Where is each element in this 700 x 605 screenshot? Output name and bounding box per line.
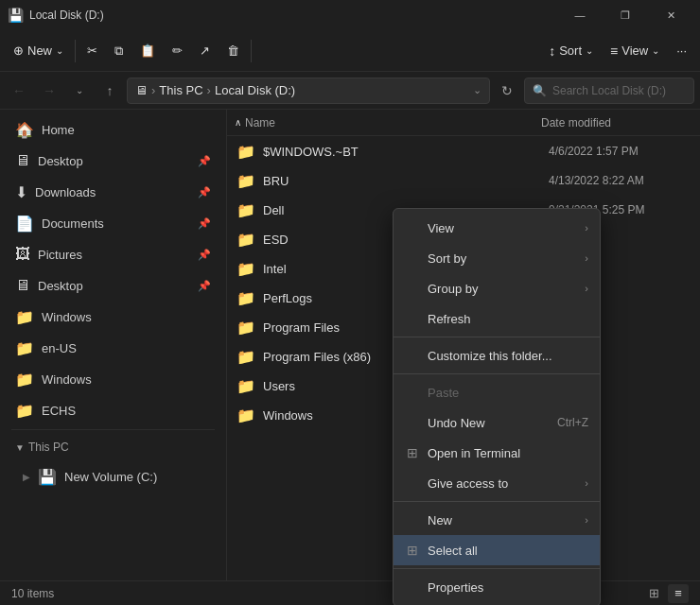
ctx-customize-label: Customize this folder... — [428, 349, 552, 363]
maximize-button[interactable]: ❐ — [604, 0, 647, 30]
copy-button[interactable]: ⧉ — [107, 36, 131, 66]
this-pc-label: This PC — [28, 441, 69, 454]
table-row[interactable]: 📁 BRU 4/13/2022 8:22 AM — [229, 166, 698, 195]
sort-arrow-icon: ∧ — [235, 117, 241, 128]
ctx-undo-new[interactable]: Undo New Ctrl+Z — [394, 407, 600, 438]
ctx-group-by[interactable]: Group by › — [394, 273, 600, 303]
ctx-group-arrow: › — [585, 283, 588, 294]
back-button[interactable]: ← — [6, 78, 32, 104]
file-date: 4/13/2022 8:22 AM — [549, 174, 691, 187]
file-name: $WINDOWS.~BT — [263, 145, 541, 159]
ctx-terminal-icon: ⊞ — [405, 445, 420, 460]
paste-icon: 📋 — [140, 43, 155, 58]
up-button[interactable]: ↑ — [96, 78, 123, 104]
path-this-pc: This PC — [159, 83, 202, 97]
sort-button[interactable]: ↕ Sort ⌄ — [541, 36, 601, 66]
pictures-pin-icon: 📌 — [198, 249, 211, 261]
ctx-properties[interactable]: Properties — [394, 572, 600, 602]
ctx-sort-by[interactable]: Sort by › — [394, 243, 600, 273]
ctx-terminal[interactable]: ⊞ Open in Terminal — [394, 438, 600, 468]
window-controls: — ❐ ✕ — [558, 0, 692, 30]
ctx-access-label: Give access to — [428, 476, 508, 491]
sidebar-pictures-left: 🖼 Pictures — [15, 246, 82, 263]
sidebar-item-home[interactable]: 🏠 Home — [4, 114, 222, 145]
windows1-icon: 📁 — [15, 308, 34, 326]
view-label: View — [621, 43, 648, 58]
table-row[interactable]: 📁 $WINDOWS.~BT 4/6/2022 1:57 PM — [229, 137, 698, 165]
sidebar-desktop2-label: Desktop — [38, 279, 83, 293]
close-button[interactable]: ✕ — [649, 0, 692, 30]
sidebar-item-echs[interactable]: 📁 ECHS — [4, 395, 222, 425]
sidebar-item-downloads[interactable]: ⬇ Downloads 📌 — [4, 177, 222, 207]
sort-label: Sort — [559, 43, 582, 58]
more-button[interactable]: ··· — [669, 36, 694, 66]
minimize-button[interactable]: — — [558, 0, 602, 30]
ctx-undo-label: Undo New — [428, 416, 485, 430]
path-chevron-icon: ⌄ — [473, 84, 481, 96]
sidebar-item-enus[interactable]: 📁 en-US — [4, 333, 222, 363]
rename-button[interactable]: ✏ — [165, 36, 190, 66]
folder-icon: 📁 — [236, 406, 255, 424]
downloads-icon: ⬇ — [15, 183, 27, 201]
share-button[interactable]: ↗ — [192, 36, 218, 66]
delete-button[interactable]: 🗑 — [219, 36, 247, 66]
sidebar-windows2-label: Windows — [42, 372, 92, 387]
sort-dropdown-icon: ⌄ — [586, 45, 593, 56]
sidebar-item-pictures[interactable]: 🖼 Pictures 📌 — [4, 239, 222, 269]
cut-button[interactable]: ✂ — [79, 36, 105, 66]
forward-button[interactable]: → — [36, 78, 62, 104]
ctx-refresh[interactable]: Refresh — [394, 303, 600, 334]
up-dropdown-button[interactable]: ⌄ — [66, 78, 93, 104]
ctx-sep-2 — [394, 373, 600, 374]
ctx-select-all[interactable]: ⊞ Select all — [394, 535, 600, 565]
folder-icon: 📁 — [236, 348, 255, 366]
search-box[interactable]: 🔍 Search Local Disk (D:) — [524, 78, 694, 104]
rename-icon: ✏ — [172, 43, 183, 58]
view-icon: ≡ — [610, 43, 618, 59]
home-icon: 🏠 — [15, 121, 34, 139]
ctx-view-label: View — [428, 221, 454, 235]
refresh-button[interactable]: ↻ — [494, 78, 520, 104]
sidebar-item-new-volume[interactable]: ▶ 💾 New Volume (C:) — [4, 461, 222, 492]
new-dropdown-icon: ⌄ — [56, 45, 63, 56]
ctx-refresh-label: Refresh — [428, 312, 471, 326]
ctx-give-access[interactable]: Give access to › — [394, 468, 600, 498]
windows2-icon: 📁 — [15, 371, 34, 389]
ctx-paste[interactable]: Paste — [394, 377, 600, 407]
search-placeholder: Search Local Disk (D:) — [552, 84, 666, 97]
share-icon: ↗ — [200, 43, 210, 58]
sidebar-item-desktop[interactable]: 🖥 Desktop 📌 — [4, 146, 222, 176]
ctx-terminal-label: Open in Terminal — [428, 446, 520, 460]
new-button[interactable]: ⊕ New ⌄ — [6, 36, 71, 66]
ctx-paste-label: Paste — [428, 386, 459, 400]
more-icon: ··· — [676, 43, 687, 58]
list-view-button[interactable]: ≡ — [668, 584, 689, 603]
search-icon: 🔍 — [533, 84, 547, 97]
sidebar-desktop2-left: 🖥 Desktop — [15, 277, 83, 294]
ctx-new[interactable]: New › — [394, 505, 600, 535]
home-label: Home — [42, 123, 75, 137]
paste-button[interactable]: 📋 — [132, 36, 163, 66]
sidebar-this-pc-header[interactable]: ▼ This PC — [4, 434, 222, 460]
sidebar-desktop-left: 🖥 Desktop — [15, 152, 83, 169]
ctx-customize[interactable]: Customize this folder... — [394, 340, 600, 371]
grid-view-button[interactable]: ⊞ — [643, 584, 664, 603]
sidebar-item-windows2[interactable]: 📁 Windows — [4, 364, 222, 394]
path-local-disk: Local Disk (D:) — [215, 83, 295, 97]
sidebar-item-desktop2[interactable]: 🖥 Desktop 📌 — [4, 270, 222, 301]
path-sep-2: › — [207, 83, 211, 97]
path-pc-icon: 🖥 — [135, 83, 148, 97]
sidebar-desktop-label: Desktop — [38, 154, 83, 168]
ctx-sort-arrow: › — [585, 252, 588, 264]
sidebar-item-windows1[interactable]: 📁 Windows — [4, 302, 222, 332]
col-date-header[interactable]: Date modified — [541, 116, 692, 130]
ctx-sep-1 — [394, 337, 600, 337]
file-name: BRU — [263, 174, 541, 188]
documents-icon: 📄 — [15, 215, 34, 233]
ctx-view[interactable]: View › — [394, 213, 600, 243]
view-button[interactable]: ≡ View ⌄ — [603, 36, 667, 66]
col-name-header[interactable]: Name — [245, 116, 541, 130]
item-count: 10 items — [11, 587, 54, 600]
sidebar-item-documents[interactable]: 📄 Documents 📌 — [4, 208, 222, 238]
address-path[interactable]: 🖥 › This PC › Local Disk (D:) ⌄ — [127, 78, 490, 104]
